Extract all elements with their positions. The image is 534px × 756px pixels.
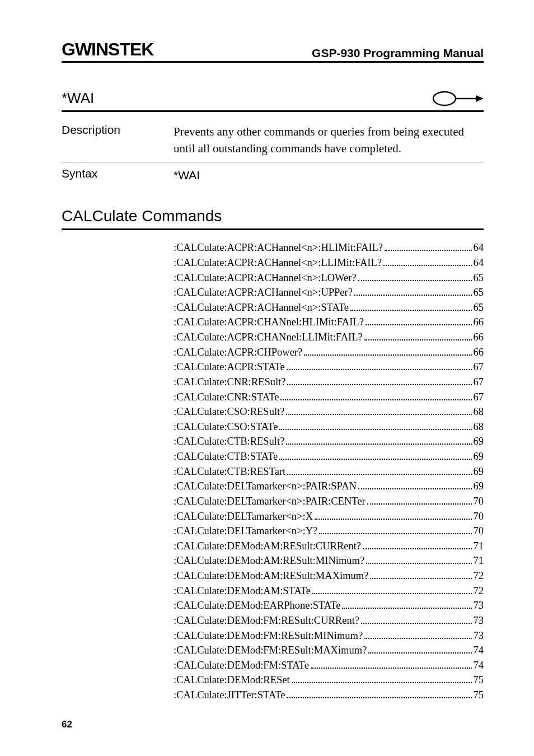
toc-page: 75 <box>474 688 484 703</box>
toc-dots <box>287 697 471 698</box>
toc-line[interactable]: :CALCulate:CTB:RESult?69 <box>174 434 484 449</box>
toc-dots <box>286 414 471 415</box>
toc-line[interactable]: :CALCulate:DELTamarker<n>:PAIR:CENTer70 <box>174 494 484 509</box>
toc-line[interactable]: :CALCulate:DEMod:FM:RESult:MAXimum?74 <box>174 643 484 658</box>
toc-line[interactable]: :CALCulate:ACPR:ACHannel<n>:LLIMit:FAIL?… <box>174 255 484 270</box>
toc-line[interactable]: :CALCulate:CSO:RESult?68 <box>174 404 484 419</box>
toc-label: :CALCulate:ACPR:CHANnel:HLIMit:FAIL? <box>174 315 364 330</box>
toc-dots <box>304 354 471 356</box>
toc-line[interactable]: :CALCulate:ACPR:CHPower?66 <box>174 345 484 360</box>
toc-dots <box>286 444 471 445</box>
toc-label: :CALCulate:DEMod:AM:RESult:MAXimum? <box>174 568 368 584</box>
toc-dots <box>312 593 472 594</box>
toc-label: :CALCulate:DEMod:EARPhone:STATe <box>174 598 340 613</box>
manual-title: GSP-930 Programming Manual <box>312 46 484 60</box>
toc-line[interactable]: :CALCulate:ACPR:ACHannel<n>:HLIMit:FAIL?… <box>174 240 484 255</box>
toc-line[interactable]: :CALCulate:DEMod:FM:RESult:CURRent?73 <box>174 613 484 628</box>
toc-dots <box>358 488 472 489</box>
toc-line[interactable]: :CALCulate:DELTamarker<n>:Y?70 <box>174 524 484 539</box>
toc-dots <box>366 563 471 564</box>
toc-line[interactable]: :CALCulate:ACPR:ACHannel<n>:LOWer?65 <box>174 270 484 286</box>
toc-page: 66 <box>474 330 484 345</box>
toc-page: 66 <box>474 315 484 330</box>
toc-dots <box>361 623 472 624</box>
toc-label: :CALCulate:CTB:STATe <box>174 449 278 464</box>
toc-label: :CALCulate:DELTamarker<n>:PAIR:SPAN <box>174 479 357 494</box>
section-title: CALCulate Commands <box>62 207 484 230</box>
toc-label: :CALCulate:DELTamarker<n>:Y? <box>174 524 317 539</box>
toc-label: :CALCulate:CNR:RESult? <box>174 375 285 390</box>
toc-label: :CALCulate:ACPR:CHPower? <box>174 345 302 360</box>
toc-page: 71 <box>474 539 484 554</box>
toc-page: 70 <box>474 494 484 509</box>
syntax-label: Syntax <box>62 167 174 180</box>
toc-label: :CALCulate:ACPR:ACHannel<n>:HLIMit:FAIL? <box>174 240 383 255</box>
toc-line[interactable]: :CALCulate:CSO:STATe68 <box>174 419 484 435</box>
toc-line[interactable]: :CALCulate:DELTamarker<n>:PAIR:SPAN69 <box>174 479 484 494</box>
toc-line[interactable]: :CALCulate:ACPR:ACHannel<n>:UPPer?65 <box>174 285 484 300</box>
toc-page: 73 <box>474 628 484 643</box>
toc-line[interactable]: :CALCulate:CTB:RESTart69 <box>174 464 484 479</box>
toc-label: :CALCulate:DEMod:FM:RESult:MINimum? <box>174 628 363 643</box>
toc-page: 65 <box>474 285 484 300</box>
toc-line[interactable]: :CALCulate:DEMod:RESet75 <box>174 673 484 688</box>
toc-line[interactable]: :CALCulate:DEMod:AM:RESult:CURRent?71 <box>174 539 484 554</box>
toc-line[interactable]: :CALCulate:CNR:RESult?67 <box>174 375 484 390</box>
toc-line[interactable]: :CALCulate:JITTer:STATe75 <box>174 688 484 703</box>
toc-label: :CALCulate:ACPR:ACHannel<n>:UPPer? <box>174 285 353 300</box>
toc-dots <box>279 459 471 460</box>
toc-dots <box>342 608 471 609</box>
toc-line[interactable]: :CALCulate:DELTamarker<n>:X70 <box>174 509 484 524</box>
toc-label: :CALCulate:CTB:RESult? <box>174 434 284 449</box>
toc-dots <box>383 265 472 266</box>
set-command-icon <box>432 91 484 106</box>
toc-label: :CALCulate:DEMod:FM:RESult:MAXimum? <box>174 643 367 658</box>
toc-line[interactable]: :CALCulate:DEMod:AM:RESult:MINimum?71 <box>174 553 484 568</box>
toc-page: 67 <box>474 390 484 405</box>
toc-line[interactable]: :CALCulate:DEMod:FM:RESult:MINimum?73 <box>174 628 484 643</box>
toc-line[interactable]: :CALCulate:ACPR:STATe67 <box>174 360 484 375</box>
syntax-row: Syntax *WAI <box>62 162 484 187</box>
toc-page: 70 <box>474 509 484 524</box>
toc-dots <box>350 310 471 311</box>
toc-line[interactable]: :CALCulate:CNR:STATe67 <box>174 390 484 405</box>
toc-line[interactable]: :CALCulate:DEMod:AM:RESult:MAXimum?72 <box>174 568 484 584</box>
toc-page: 73 <box>474 598 484 613</box>
page-number: 62 <box>62 719 72 730</box>
toc-dots <box>279 429 471 430</box>
toc-line[interactable]: :CALCulate:ACPR:CHANnel:LLIMit:FAIL?66 <box>174 330 484 345</box>
toc-label: :CALCulate:ACPR:ACHannel<n>:STATe <box>174 300 349 315</box>
toc-label: :CALCulate:ACPR:STATe <box>174 360 285 375</box>
toc-page: 72 <box>474 568 484 584</box>
toc-page: 64 <box>474 255 484 270</box>
command-block: *WAI Description Prevents any other comm… <box>62 90 484 187</box>
toc-list: :CALCulate:ACPR:ACHannel<n>:HLIMit:FAIL?… <box>174 240 484 702</box>
toc-dots <box>292 682 472 683</box>
command-header: *WAI <box>62 90 484 112</box>
toc-page: 71 <box>474 553 484 568</box>
toc-page: 66 <box>474 345 484 360</box>
toc-label: :CALCulate:DEMod:AM:RESult:CURRent? <box>174 539 361 554</box>
toc-dots <box>280 399 471 400</box>
toc-line[interactable]: :CALCulate:DEMod:AM:STATe72 <box>174 584 484 599</box>
toc-dots <box>311 668 472 669</box>
toc-line[interactable]: :CALCulate:ACPR:CHANnel:HLIMit:FAIL?66 <box>174 315 484 330</box>
toc-page: 69 <box>474 449 484 464</box>
toc-dots <box>368 652 471 654</box>
description-row: Description Prevents any other commands … <box>62 120 484 162</box>
toc-page: 74 <box>474 643 484 658</box>
toc-page: 69 <box>474 434 484 449</box>
toc-dots <box>287 474 471 475</box>
toc-line[interactable]: :CALCulate:CTB:STATe69 <box>174 449 484 464</box>
toc-line[interactable]: :CALCulate:DEMod:EARPhone:STATe73 <box>174 598 484 613</box>
toc-page: 72 <box>474 584 484 599</box>
toc-dots <box>315 519 471 520</box>
toc-dots <box>367 503 472 505</box>
toc-line[interactable]: :CALCulate:ACPR:ACHannel<n>:STATe65 <box>174 300 484 315</box>
toc-line[interactable]: :CALCulate:DEMod:FM:STATe74 <box>174 658 484 673</box>
page-header: GWINSTEK GSP-930 Programming Manual <box>62 39 484 63</box>
toc-dots <box>370 578 471 579</box>
toc-dots <box>319 533 471 534</box>
toc-dots <box>287 369 472 370</box>
toc-page: 67 <box>474 375 484 390</box>
